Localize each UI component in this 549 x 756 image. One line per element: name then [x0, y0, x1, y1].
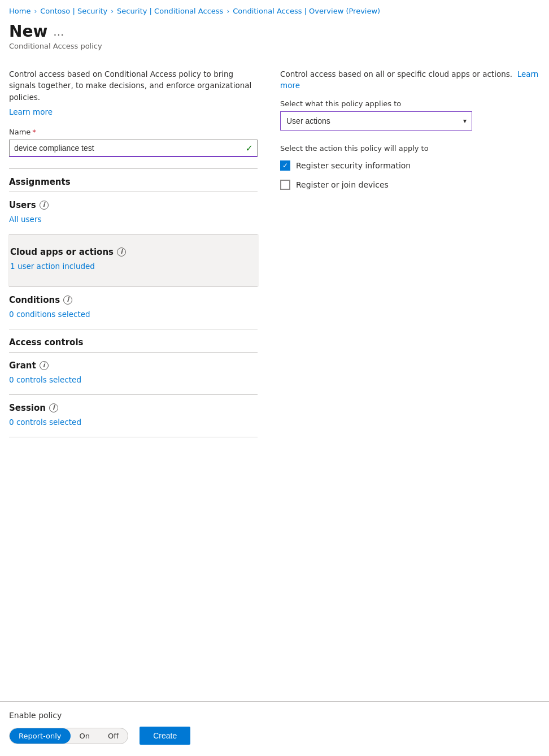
policy-applies-to-dropdown[interactable]: Cloud apps User actions Authentication c…	[280, 111, 472, 131]
cloud-apps-section: Cloud apps or actions i 1 user action in…	[8, 234, 259, 286]
breadcrumb-contoso[interactable]: Contoso | Security	[40, 7, 107, 15]
register-security-checkbox[interactable]: ✓	[280, 160, 290, 171]
dropdown-wrapper: Cloud apps User actions Authentication c…	[280, 111, 472, 131]
cloud-apps-label: Cloud apps or actions	[10, 247, 114, 257]
cloud-apps-info-icon[interactable]: i	[117, 247, 126, 257]
grant-subsection: Grant i 0 controls selected	[9, 353, 258, 392]
session-info-icon[interactable]: i	[49, 403, 58, 412]
breadcrumb-security[interactable]: Security | Conditional Access	[117, 7, 223, 15]
grant-header: Grant i	[9, 353, 258, 373]
policy-toggle-group: Report-only On Off	[9, 728, 128, 744]
name-input[interactable]	[9, 140, 258, 157]
conditions-label: Conditions	[9, 295, 60, 305]
bottom-bar: Enable policy Report-only On Off Create	[0, 701, 549, 756]
register-devices-checkbox[interactable]	[280, 180, 290, 190]
name-label: Name *	[9, 128, 258, 136]
policy-controls: Report-only On Off Create	[9, 727, 540, 745]
cloud-apps-inner: Cloud apps or actions i 1 user action in…	[9, 236, 258, 285]
cloud-apps-value-link[interactable]: 1 user action included	[10, 262, 95, 271]
left-learn-more-link[interactable]: Learn more	[9, 107, 53, 116]
breadcrumb-sep-2: ›	[111, 7, 114, 15]
cloud-apps-header: Cloud apps or actions i	[10, 239, 256, 259]
grant-label: Grant	[9, 360, 36, 371]
users-info-icon[interactable]: i	[40, 201, 49, 210]
session-value: 0 controls selected	[9, 415, 258, 435]
breadcrumb-sep-3: ›	[226, 7, 229, 15]
conditions-value: 0 conditions selected	[9, 307, 258, 327]
users-header: Users i	[9, 192, 258, 212]
check-icon: ✓	[246, 143, 253, 154]
users-label: Users	[9, 200, 36, 210]
page-title-text: New	[9, 22, 47, 41]
users-value: All users	[9, 212, 258, 232]
session-header: Session i	[9, 395, 258, 415]
page-subtitle: Conditional Access policy	[9, 42, 540, 50]
conditions-header: Conditions i	[9, 287, 258, 307]
toggle-off[interactable]: Off	[99, 728, 128, 744]
access-controls-label: Access controls	[9, 337, 83, 347]
breadcrumb-sep-1: ›	[34, 7, 37, 15]
right-description: Control access based on all or specific …	[280, 68, 540, 92]
main-content: Control access based on Conditional Acce…	[0, 59, 549, 437]
grant-info-icon[interactable]: i	[40, 361, 49, 370]
assignments-header: Assignments	[9, 169, 258, 192]
conditions-info-icon[interactable]: i	[63, 296, 72, 305]
page-header: New ... Conditional Access policy	[0, 20, 549, 59]
checkmark-icon: ✓	[282, 162, 288, 169]
assignments-label: Assignments	[9, 177, 71, 187]
grant-value-link[interactable]: 0 controls selected	[9, 375, 81, 384]
left-description: Control access based on Conditional Acce…	[9, 68, 258, 103]
access-controls-header: Access controls	[9, 329, 258, 352]
register-security-label: Register security information	[296, 161, 411, 170]
users-subsection: Users i All users	[9, 192, 258, 232]
checkbox-row-register-security: ✓ Register security information	[280, 160, 540, 171]
page-title-ellipsis[interactable]: ...	[53, 25, 64, 38]
applies-to-label: Select what this policy applies to	[280, 99, 540, 108]
required-indicator: *	[32, 128, 36, 136]
page-title-row: New ...	[9, 22, 540, 41]
session-label: Session	[9, 403, 46, 413]
name-input-wrapper: ✓	[9, 140, 258, 157]
conditions-subsection: Conditions i 0 conditions selected	[9, 287, 258, 327]
session-subsection: Session i 0 controls selected	[9, 395, 258, 435]
conditions-value-link[interactable]: 0 conditions selected	[9, 310, 90, 319]
cloud-apps-value: 1 user action included	[10, 259, 256, 279]
breadcrumb-home[interactable]: Home	[9, 7, 30, 15]
register-devices-label: Register or join devices	[296, 180, 389, 189]
breadcrumb-overview[interactable]: Conditional Access | Overview (Preview)	[233, 7, 380, 15]
name-section: Name * ✓	[9, 128, 258, 157]
users-value-link[interactable]: All users	[9, 215, 42, 224]
breadcrumb: Home › Contoso | Security › Security | C…	[0, 0, 549, 20]
create-button[interactable]: Create	[140, 727, 190, 745]
right-panel: Control access based on all or specific …	[280, 68, 540, 437]
enable-policy-label: Enable policy	[9, 711, 540, 720]
session-value-link[interactable]: 0 controls selected	[9, 418, 81, 427]
toggle-report-only[interactable]: Report-only	[10, 728, 71, 744]
action-label: Select the action this policy will apply…	[280, 144, 540, 153]
left-panel: Control access based on Conditional Acce…	[9, 68, 258, 437]
checkbox-row-register-devices: Register or join devices	[280, 180, 540, 190]
toggle-on[interactable]: On	[71, 728, 99, 744]
divider-session	[9, 437, 258, 437]
grant-value: 0 controls selected	[9, 373, 258, 392]
